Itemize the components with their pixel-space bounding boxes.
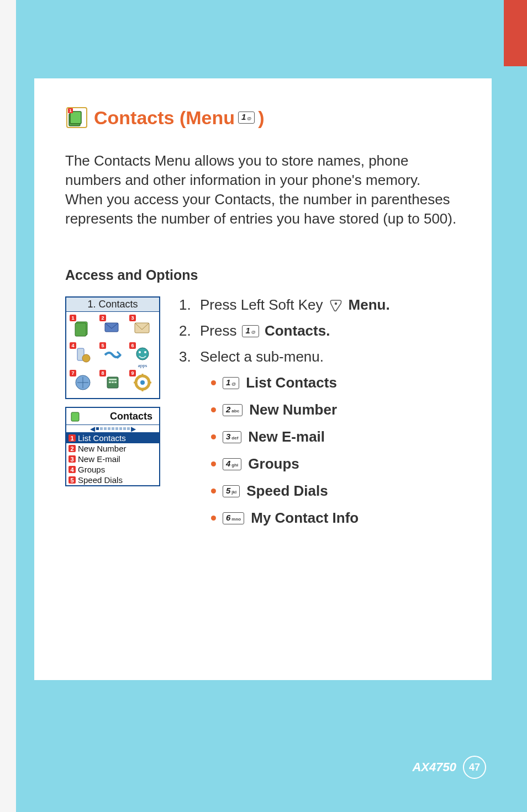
step-1: 1. Press Left Soft Key Menu. — [179, 296, 461, 314]
step-1-bold: Menu. — [349, 296, 390, 314]
step-3-text: Select a sub-menu. — [200, 348, 324, 365]
title-prefix: Contacts (Menu — [94, 107, 235, 129]
keycap-5: 5jkl — [223, 485, 240, 497]
svg-point-10 — [82, 354, 90, 362]
keycap-3: 3def — [223, 431, 241, 443]
bullet-icon — [211, 461, 216, 466]
svg-text:1: 1 — [69, 108, 72, 113]
intro-paragraph: The Contacts Menu allows you to store na… — [65, 151, 461, 229]
section-title-text: Contacts (Menu 1 @ ) — [94, 107, 264, 129]
apps-label: apps — [138, 363, 147, 368]
bullet-icon — [211, 434, 216, 439]
submenu-label: New Number — [249, 401, 337, 418]
submenu-item: 3def New E-mail — [211, 428, 461, 445]
contacts-folder-icon: 1 — [65, 106, 88, 129]
list-item: 1List Contacts — [66, 433, 159, 443]
bullet-icon — [211, 380, 216, 385]
phone-menu-list: 1List Contacts 2New Number 3New E-mail 4… — [66, 433, 159, 485]
menu-icon-4: 4 — [68, 342, 97, 368]
keycap-4: 4ghi — [223, 458, 241, 470]
model-label: AX4750 — [412, 760, 456, 774]
svg-rect-8 — [135, 323, 149, 333]
menu-icon-mail: 3 — [128, 314, 157, 341]
svg-rect-19 — [114, 381, 117, 383]
phone-screen-contacts-list: Contacts ◀ ▶ 1List Contacts 2New Number … — [65, 407, 160, 486]
list-item: 5Speed Dials — [66, 475, 159, 485]
page-number: 47 — [463, 756, 486, 779]
submenu-label: List Contacts — [246, 374, 337, 391]
menu-icon-5: 5 — [98, 342, 127, 368]
step-1-text: Press Left Soft Key — [200, 296, 323, 314]
submenu-item: 1@ List Contacts — [211, 374, 461, 391]
submenu-label: My Contact Info — [251, 510, 359, 527]
keycap-1: 1 @ — [242, 325, 259, 337]
menu-icon-apps: 6 apps — [128, 342, 157, 368]
section-title: 1 Contacts (Menu 1 @ ) — [65, 106, 461, 129]
steps-list: 1. Press Left Soft Key Menu. 2. Press 1 … — [179, 296, 461, 537]
title-suffix: ) — [258, 107, 264, 129]
phone-screen-title: 1. Contacts — [66, 298, 159, 312]
keycap-1: 1@ — [223, 377, 239, 389]
menu-icon-contacts: 1 — [68, 314, 97, 341]
svg-point-13 — [144, 351, 146, 353]
submenu-item: 2abc New Number — [211, 401, 461, 418]
menu-icon-settings: 9 — [128, 369, 157, 396]
submenu-item: 5jkl Speed Dials — [211, 482, 461, 500]
phone-screen2-title: Contacts — [85, 411, 156, 422]
submenu-item: 4ghi Groups — [211, 455, 461, 473]
svg-point-27 — [334, 302, 336, 305]
menu-icon-8: 8 — [98, 369, 127, 396]
menu-icon-messaging: 2 — [98, 314, 127, 341]
tab-indicator: ◀ ▶ — [66, 425, 159, 433]
step-2: 2. Press 1 @ Contacts. — [179, 322, 461, 339]
submenu-label: Groups — [248, 455, 299, 473]
page-content: 1 Contacts (Menu 1 @ ) The Contacts Menu… — [34, 78, 492, 680]
contacts-small-icon — [70, 410, 82, 422]
bullet-icon — [211, 489, 216, 493]
svg-rect-18 — [112, 381, 114, 383]
access-options-heading: Access and Options — [65, 267, 461, 283]
svg-rect-2 — [70, 112, 81, 124]
submenu-label: Speed Dials — [246, 482, 328, 500]
submenu-label: New E-mail — [248, 428, 325, 445]
menu-icon-7: 7 — [68, 369, 97, 396]
tab-edge — [504, 0, 527, 66]
submenu-item: 6mno My Contact Info — [211, 510, 461, 527]
svg-rect-26 — [71, 412, 79, 421]
list-item: 3New E-mail — [66, 454, 159, 464]
keycap-6: 6mno — [223, 512, 244, 524]
step-3: 3. Select a sub-menu. — [179, 348, 461, 365]
list-item: 2New Number — [66, 443, 159, 454]
svg-rect-6 — [75, 323, 86, 336]
svg-rect-17 — [109, 381, 111, 383]
step-2-bold: Contacts. — [265, 322, 330, 339]
step-2-text: Press — [200, 322, 236, 339]
page-footer: AX4750 47 — [412, 756, 486, 779]
keycap-1-title: 1 @ — [238, 112, 255, 124]
phone-screen-menu-grid: 1. Contacts 1 2 3 4 — [65, 296, 160, 399]
bullet-icon — [211, 407, 216, 412]
list-item: 4Groups — [66, 464, 159, 475]
keycap-2: 2abc — [223, 404, 243, 416]
left-soft-key-icon — [329, 298, 343, 312]
phone-screenshots: 1. Contacts 1 2 3 4 — [65, 296, 160, 486]
svg-point-21 — [140, 380, 145, 385]
svg-rect-16 — [109, 379, 117, 380]
bullet-icon — [211, 516, 216, 521]
svg-point-12 — [139, 351, 141, 353]
submenu-list: 1@ List Contacts 2abc New Number 3def Ne… — [211, 374, 461, 527]
